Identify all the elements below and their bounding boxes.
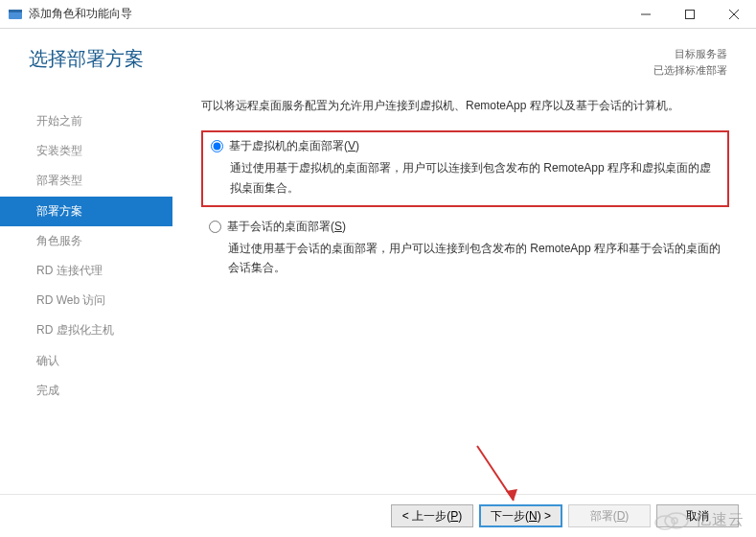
radio-vm-based[interactable] bbox=[211, 140, 223, 152]
deploy-button: 部署(D) bbox=[568, 504, 651, 527]
nav-rd-vhost[interactable]: RD 虚拟化主机 bbox=[0, 315, 172, 345]
titlebar: 添加角色和功能向导 bbox=[0, 0, 756, 29]
window-controls bbox=[624, 0, 756, 28]
content-pane: 可以将远程桌面服务配置为允许用户连接到虚拟机、RemoteApp 程序以及基于会… bbox=[172, 89, 756, 492]
nav-sidebar: 开始之前 安装类型 部署类型 部署方案 角色服务 RD 连接代理 RD Web … bbox=[0, 89, 172, 492]
header-info: 目标服务器 已选择标准部署 bbox=[653, 46, 727, 78]
next-button[interactable]: 下一步(N) > bbox=[479, 504, 562, 527]
nav-deploy-scheme[interactable]: 部署方案 bbox=[0, 197, 172, 226]
nav-install-type[interactable]: 安装类型 bbox=[0, 136, 172, 166]
wizard-footer: < 上一步(P) 下一步(N) > 部署(D) 取消 bbox=[0, 494, 756, 537]
svg-rect-1 bbox=[9, 10, 22, 12]
app-icon bbox=[8, 7, 23, 22]
prev-button[interactable]: < 上一步(P) bbox=[391, 504, 473, 527]
maximize-button[interactable] bbox=[668, 0, 712, 29]
option-vm-group: 基于虚拟机的桌面部署(V) 通过使用基于虚拟机的桌面部署，用户可以连接到包含发布… bbox=[201, 130, 729, 207]
radio-session-label[interactable]: 基于会话的桌面部署(S) bbox=[227, 219, 346, 235]
option-session-group: 基于会话的桌面部署(S) 通过使用基于会话的桌面部署，用户可以连接到包含发布的 … bbox=[201, 213, 729, 286]
minimize-button[interactable] bbox=[624, 0, 668, 29]
radio-vm-label[interactable]: 基于虚拟机的桌面部署(V) bbox=[229, 138, 359, 154]
window-title: 添加角色和功能向导 bbox=[29, 6, 624, 22]
wizard-body: 开始之前 安装类型 部署类型 部署方案 角色服务 RD 连接代理 RD Web … bbox=[0, 89, 756, 492]
nav-rd-web[interactable]: RD Web 访问 bbox=[0, 286, 172, 315]
deployment-selected-label: 已选择标准部署 bbox=[653, 62, 727, 79]
page-title: 选择部署方案 bbox=[29, 46, 144, 72]
nav-confirm[interactable]: 确认 bbox=[0, 346, 172, 376]
radio-session-based[interactable] bbox=[209, 221, 221, 233]
nav-deploy-type[interactable]: 部署类型 bbox=[0, 166, 172, 196]
svg-rect-3 bbox=[686, 11, 695, 19]
option-vm-desc: 通过使用基于虚拟机的桌面部署，用户可以连接到包含发布的 RemoteApp 程序… bbox=[230, 158, 720, 198]
nav-before-start[interactable]: 开始之前 bbox=[0, 106, 172, 136]
wizard-header: 选择部署方案 目标服务器 已选择标准部署 bbox=[0, 29, 756, 89]
nav-role-services[interactable]: 角色服务 bbox=[0, 226, 172, 256]
nav-complete[interactable]: 完成 bbox=[0, 376, 172, 406]
cancel-button[interactable]: 取消 bbox=[656, 504, 739, 527]
intro-text: 可以将远程桌面服务配置为允许用户连接到虚拟机、RemoteApp 程序以及基于会… bbox=[201, 97, 729, 115]
close-button[interactable] bbox=[712, 0, 756, 29]
target-server-label: 目标服务器 bbox=[653, 46, 727, 62]
option-session-desc: 通过使用基于会话的桌面部署，用户可以连接到包含发布的 RemoteApp 程序和… bbox=[228, 239, 722, 278]
nav-rd-broker[interactable]: RD 连接代理 bbox=[0, 256, 172, 286]
